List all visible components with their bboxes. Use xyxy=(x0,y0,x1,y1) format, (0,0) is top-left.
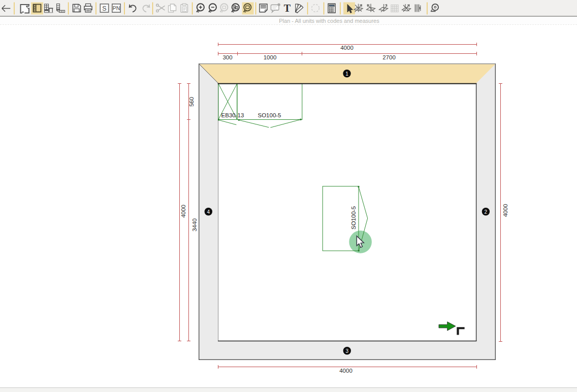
svg-text:4000: 4000 xyxy=(180,205,186,218)
svg-text:EB30-13: EB30-13 xyxy=(221,112,244,118)
svg-text:SO100-5: SO100-5 xyxy=(258,112,281,118)
svg-text:300: 300 xyxy=(222,54,232,60)
svg-text:2: 2 xyxy=(485,209,488,215)
svg-text:2700: 2700 xyxy=(382,54,396,60)
svg-text:1: 1 xyxy=(345,71,348,77)
svg-text:4000: 4000 xyxy=(340,45,354,51)
svg-text:560: 560 xyxy=(188,97,195,107)
svg-text:4000: 4000 xyxy=(339,368,352,374)
svg-text:4: 4 xyxy=(207,209,210,215)
svg-text:SO100-5: SO100-5 xyxy=(350,206,357,230)
svg-text:3440: 3440 xyxy=(191,218,198,232)
svg-text:1000: 1000 xyxy=(264,54,277,60)
svg-text:3: 3 xyxy=(346,348,349,354)
svg-text:4000: 4000 xyxy=(502,204,508,217)
